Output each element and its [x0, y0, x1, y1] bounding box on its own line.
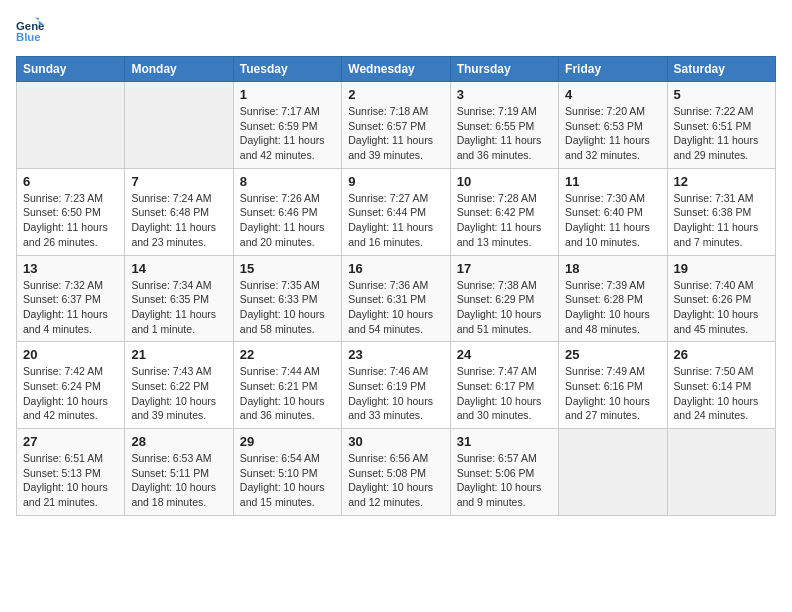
calendar-cell: [125, 82, 233, 169]
weekday-header-monday: Monday: [125, 57, 233, 82]
weekday-header-saturday: Saturday: [667, 57, 775, 82]
calendar-cell: 13Sunrise: 7:32 AM Sunset: 6:37 PM Dayli…: [17, 255, 125, 342]
calendar-cell: 16Sunrise: 7:36 AM Sunset: 6:31 PM Dayli…: [342, 255, 450, 342]
day-detail: Sunrise: 7:44 AM Sunset: 6:21 PM Dayligh…: [240, 364, 335, 423]
day-number: 2: [348, 87, 443, 102]
day-number: 21: [131, 347, 226, 362]
calendar-cell: [17, 82, 125, 169]
day-number: 18: [565, 261, 660, 276]
day-detail: Sunrise: 7:24 AM Sunset: 6:48 PM Dayligh…: [131, 191, 226, 250]
calendar-cell: 8Sunrise: 7:26 AM Sunset: 6:46 PM Daylig…: [233, 168, 341, 255]
day-detail: Sunrise: 7:38 AM Sunset: 6:29 PM Dayligh…: [457, 278, 552, 337]
day-detail: Sunrise: 7:35 AM Sunset: 6:33 PM Dayligh…: [240, 278, 335, 337]
calendar-cell: 22Sunrise: 7:44 AM Sunset: 6:21 PM Dayli…: [233, 342, 341, 429]
day-number: 17: [457, 261, 552, 276]
calendar-cell: [559, 429, 667, 516]
day-number: 9: [348, 174, 443, 189]
day-number: 5: [674, 87, 769, 102]
weekday-header-friday: Friday: [559, 57, 667, 82]
day-number: 15: [240, 261, 335, 276]
calendar-cell: 3Sunrise: 7:19 AM Sunset: 6:55 PM Daylig…: [450, 82, 558, 169]
weekday-header-sunday: Sunday: [17, 57, 125, 82]
day-detail: Sunrise: 7:17 AM Sunset: 6:59 PM Dayligh…: [240, 104, 335, 163]
day-detail: Sunrise: 7:42 AM Sunset: 6:24 PM Dayligh…: [23, 364, 118, 423]
calendar-cell: 28Sunrise: 6:53 AM Sunset: 5:11 PM Dayli…: [125, 429, 233, 516]
day-number: 26: [674, 347, 769, 362]
calendar-cell: 23Sunrise: 7:46 AM Sunset: 6:19 PM Dayli…: [342, 342, 450, 429]
logo-icon: General Blue: [16, 16, 44, 44]
day-number: 1: [240, 87, 335, 102]
calendar-cell: 26Sunrise: 7:50 AM Sunset: 6:14 PM Dayli…: [667, 342, 775, 429]
day-number: 25: [565, 347, 660, 362]
svg-text:Blue: Blue: [16, 31, 41, 43]
day-detail: Sunrise: 7:31 AM Sunset: 6:38 PM Dayligh…: [674, 191, 769, 250]
calendar-cell: 30Sunrise: 6:56 AM Sunset: 5:08 PM Dayli…: [342, 429, 450, 516]
day-detail: Sunrise: 7:32 AM Sunset: 6:37 PM Dayligh…: [23, 278, 118, 337]
day-detail: Sunrise: 7:20 AM Sunset: 6:53 PM Dayligh…: [565, 104, 660, 163]
day-number: 31: [457, 434, 552, 449]
calendar-cell: 10Sunrise: 7:28 AM Sunset: 6:42 PM Dayli…: [450, 168, 558, 255]
day-detail: Sunrise: 7:26 AM Sunset: 6:46 PM Dayligh…: [240, 191, 335, 250]
day-detail: Sunrise: 7:22 AM Sunset: 6:51 PM Dayligh…: [674, 104, 769, 163]
calendar-cell: 21Sunrise: 7:43 AM Sunset: 6:22 PM Dayli…: [125, 342, 233, 429]
day-detail: Sunrise: 7:27 AM Sunset: 6:44 PM Dayligh…: [348, 191, 443, 250]
day-number: 24: [457, 347, 552, 362]
calendar-cell: [667, 429, 775, 516]
day-number: 10: [457, 174, 552, 189]
day-number: 30: [348, 434, 443, 449]
day-detail: Sunrise: 7:23 AM Sunset: 6:50 PM Dayligh…: [23, 191, 118, 250]
day-detail: Sunrise: 6:51 AM Sunset: 5:13 PM Dayligh…: [23, 451, 118, 510]
calendar-cell: 17Sunrise: 7:38 AM Sunset: 6:29 PM Dayli…: [450, 255, 558, 342]
day-number: 20: [23, 347, 118, 362]
calendar-cell: 7Sunrise: 7:24 AM Sunset: 6:48 PM Daylig…: [125, 168, 233, 255]
page-header: General Blue: [16, 16, 776, 44]
day-detail: Sunrise: 7:43 AM Sunset: 6:22 PM Dayligh…: [131, 364, 226, 423]
day-detail: Sunrise: 7:30 AM Sunset: 6:40 PM Dayligh…: [565, 191, 660, 250]
calendar-cell: 5Sunrise: 7:22 AM Sunset: 6:51 PM Daylig…: [667, 82, 775, 169]
day-detail: Sunrise: 6:54 AM Sunset: 5:10 PM Dayligh…: [240, 451, 335, 510]
day-detail: Sunrise: 7:49 AM Sunset: 6:16 PM Dayligh…: [565, 364, 660, 423]
day-number: 16: [348, 261, 443, 276]
calendar-cell: 29Sunrise: 6:54 AM Sunset: 5:10 PM Dayli…: [233, 429, 341, 516]
day-number: 8: [240, 174, 335, 189]
day-number: 4: [565, 87, 660, 102]
weekday-header-wednesday: Wednesday: [342, 57, 450, 82]
calendar-cell: 31Sunrise: 6:57 AM Sunset: 5:06 PM Dayli…: [450, 429, 558, 516]
day-number: 27: [23, 434, 118, 449]
day-number: 29: [240, 434, 335, 449]
calendar-cell: 19Sunrise: 7:40 AM Sunset: 6:26 PM Dayli…: [667, 255, 775, 342]
day-number: 22: [240, 347, 335, 362]
day-detail: Sunrise: 7:28 AM Sunset: 6:42 PM Dayligh…: [457, 191, 552, 250]
calendar-cell: 1Sunrise: 7:17 AM Sunset: 6:59 PM Daylig…: [233, 82, 341, 169]
calendar-cell: 14Sunrise: 7:34 AM Sunset: 6:35 PM Dayli…: [125, 255, 233, 342]
day-number: 28: [131, 434, 226, 449]
day-detail: Sunrise: 7:50 AM Sunset: 6:14 PM Dayligh…: [674, 364, 769, 423]
day-detail: Sunrise: 7:36 AM Sunset: 6:31 PM Dayligh…: [348, 278, 443, 337]
weekday-header-tuesday: Tuesday: [233, 57, 341, 82]
calendar-cell: 25Sunrise: 7:49 AM Sunset: 6:16 PM Dayli…: [559, 342, 667, 429]
day-number: 11: [565, 174, 660, 189]
calendar-cell: 24Sunrise: 7:47 AM Sunset: 6:17 PM Dayli…: [450, 342, 558, 429]
calendar-table: SundayMondayTuesdayWednesdayThursdayFrid…: [16, 56, 776, 516]
calendar-cell: 9Sunrise: 7:27 AM Sunset: 6:44 PM Daylig…: [342, 168, 450, 255]
day-detail: Sunrise: 7:19 AM Sunset: 6:55 PM Dayligh…: [457, 104, 552, 163]
calendar-cell: 2Sunrise: 7:18 AM Sunset: 6:57 PM Daylig…: [342, 82, 450, 169]
day-detail: Sunrise: 6:56 AM Sunset: 5:08 PM Dayligh…: [348, 451, 443, 510]
day-number: 7: [131, 174, 226, 189]
calendar-cell: 12Sunrise: 7:31 AM Sunset: 6:38 PM Dayli…: [667, 168, 775, 255]
logo: General Blue: [16, 16, 48, 44]
calendar-cell: 11Sunrise: 7:30 AM Sunset: 6:40 PM Dayli…: [559, 168, 667, 255]
day-detail: Sunrise: 7:46 AM Sunset: 6:19 PM Dayligh…: [348, 364, 443, 423]
day-detail: Sunrise: 6:57 AM Sunset: 5:06 PM Dayligh…: [457, 451, 552, 510]
day-number: 6: [23, 174, 118, 189]
day-number: 13: [23, 261, 118, 276]
day-number: 14: [131, 261, 226, 276]
day-detail: Sunrise: 7:39 AM Sunset: 6:28 PM Dayligh…: [565, 278, 660, 337]
calendar-cell: 15Sunrise: 7:35 AM Sunset: 6:33 PM Dayli…: [233, 255, 341, 342]
day-number: 19: [674, 261, 769, 276]
day-number: 23: [348, 347, 443, 362]
day-detail: Sunrise: 7:47 AM Sunset: 6:17 PM Dayligh…: [457, 364, 552, 423]
day-detail: Sunrise: 6:53 AM Sunset: 5:11 PM Dayligh…: [131, 451, 226, 510]
calendar-cell: 27Sunrise: 6:51 AM Sunset: 5:13 PM Dayli…: [17, 429, 125, 516]
day-detail: Sunrise: 7:18 AM Sunset: 6:57 PM Dayligh…: [348, 104, 443, 163]
